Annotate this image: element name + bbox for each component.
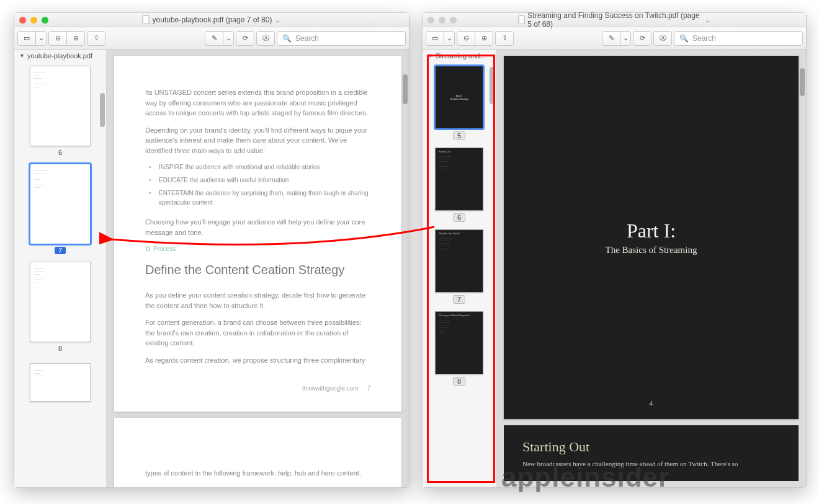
document-view[interactable]: Its UNSTAGED concert series extends this… — [107, 50, 409, 487]
thumbnail-sidebar[interactable]: ▼ youtube-playbook.pdf —————————————————… — [14, 50, 107, 487]
zoom-out-button[interactable]: ⊖ — [457, 31, 475, 46]
footer-pagenum: 7 — [367, 385, 370, 392]
window-title: Streaming and Finding Success on Twitch.… — [519, 11, 710, 29]
part-heading: Part I: — [627, 219, 676, 242]
process-label: Process — [153, 244, 176, 254]
scrollbar-thumb[interactable] — [100, 93, 105, 127]
close-button[interactable] — [427, 17, 434, 24]
scrollbar-thumb[interactable] — [490, 67, 495, 104]
rotate-button[interactable]: ⟳ — [633, 31, 651, 46]
thumbnails: —————————————————————— 6 —— ——— ————— ——… — [14, 62, 106, 487]
page-5: Part I: The Basics of Streaming 4 — [504, 56, 799, 419]
thumbnail-page-7[interactable]: —— ——— ————— ——— — —————————— 7 — [30, 164, 91, 254]
page-label: 6 — [453, 213, 465, 222]
disclosure-triangle-icon[interactable]: ▼ — [19, 53, 25, 59]
gear-icon: ⚙ — [145, 244, 151, 254]
process-tag: ⚙ Process — [145, 244, 370, 254]
page-label: 7 — [453, 295, 465, 304]
page-7: Its UNSTAGED concert series extends this… — [114, 56, 401, 412]
page-label: 5 — [453, 131, 465, 140]
page-label: 8 — [55, 345, 66, 352]
markup-toolbar-button[interactable]: Ⓐ — [653, 31, 672, 46]
title-label: youtube-playbook.pdf (page 7 of 80) — [153, 15, 272, 24]
paragraph: As regards content creation, we propose … — [145, 355, 370, 366]
chevron-down-icon[interactable]: ⌄ — [275, 16, 280, 24]
paragraph: As you define your content creation stra… — [145, 290, 370, 311]
chevron-down-icon[interactable]: ⌄ — [705, 16, 710, 24]
highlight-dropdown[interactable]: ⌄ — [223, 31, 234, 46]
thumbnail-page-6[interactable]: —————————————————————— 6 — [30, 66, 91, 156]
disclosure-triangle-icon[interactable]: ▼ — [427, 53, 433, 59]
toolbar: ▭ ⌄ ⊖ ⊕ ⇪ ✎ ⌄ ⟳ Ⓐ 🔍 Search — [14, 27, 409, 50]
body-area: ▼ youtube-playbook.pdf —————————————————… — [14, 50, 409, 487]
close-button[interactable] — [19, 17, 26, 24]
thumbnail-sidebar[interactable]: ▼ Streaming and... Part IThe Basics of S… — [423, 50, 496, 487]
markup-group: ✎ ⌄ — [602, 31, 631, 46]
bullet-list: INSPIRE the audience with emotional and … — [145, 162, 370, 207]
minimize-button[interactable] — [439, 17, 445, 24]
zoom-in-button[interactable]: ⊕ — [66, 31, 85, 46]
zoom-group: ⊖ ⊕ — [48, 31, 85, 46]
search-field[interactable]: 🔍 Search — [277, 31, 406, 46]
sidebar-filename: Streaming and... — [436, 52, 486, 60]
share-button[interactable]: ⇪ — [495, 31, 514, 46]
list-item: INSPIRE the audience with emotional and … — [153, 162, 370, 172]
title-label: Streaming and Finding Success on Twitch.… — [527, 11, 701, 29]
preview-window-right: Streaming and Finding Success on Twitch.… — [422, 12, 807, 488]
thumbnail-page-8[interactable]: Planning and Mental Preparation—— ——— ——… — [435, 311, 483, 386]
thumbnail-page-8[interactable]: — —— ————— ————————————— 8 — [30, 262, 91, 352]
body-area: ▼ Streaming and... Part IThe Basics of S… — [423, 50, 806, 487]
thumbnail-page-5[interactable]: Part IThe Basics of Streaming 5 — [435, 66, 483, 140]
search-icon: 🔍 — [282, 34, 292, 43]
footer-text: thinkwithgoogle.com — [302, 385, 359, 392]
highlight-button[interactable]: ✎ — [602, 31, 620, 46]
share-button[interactable]: ⇪ — [87, 31, 105, 46]
page-8: types of content in the following framew… — [114, 418, 401, 487]
zoom-button[interactable] — [42, 17, 48, 24]
paragraph: For content generation, a brand can choo… — [145, 317, 370, 348]
page-label: 6 — [55, 149, 66, 156]
view-mode-group: ▭ ⌄ — [426, 31, 455, 46]
sidebar-header[interactable]: ▼ youtube-playbook.pdf — [14, 50, 106, 62]
search-placeholder: Search — [295, 34, 319, 43]
traffic-lights — [19, 17, 48, 24]
rotate-button[interactable]: ⟳ — [236, 31, 254, 46]
list-item: EDUCATE the audience with useful informa… — [153, 175, 370, 185]
sidebar-header[interactable]: ▼ Streaming and... — [423, 50, 496, 62]
zoom-out-button[interactable]: ⊖ — [48, 31, 67, 46]
thumbnail-page-6[interactable]: Starting Out——— —— ————— ——— ————— ———— … — [435, 148, 483, 222]
section-heading: Define the Content Ceation Strategy — [145, 262, 370, 278]
view-mode-dropdown[interactable]: ⌄ — [35, 31, 47, 46]
document-icon — [519, 15, 525, 24]
markup-toolbar-button[interactable]: Ⓐ — [256, 31, 275, 46]
traffic-lights — [427, 17, 457, 24]
page-number: 4 — [650, 400, 653, 407]
view-mode-button[interactable]: ▭ — [17, 31, 36, 46]
search-placeholder: Search — [692, 34, 716, 43]
zoom-in-button[interactable]: ⊕ — [475, 31, 493, 46]
thumbnail-page-9[interactable]: — —— ——————— — [30, 363, 91, 402]
thumbnails: Part IThe Basics of Streaming 5 Starting… — [423, 62, 496, 487]
markup-group: ✎ ⌄ — [205, 31, 234, 46]
highlight-button[interactable]: ✎ — [205, 31, 223, 46]
page-label: 7 — [55, 247, 66, 254]
view-mode-dropdown[interactable]: ⌄ — [444, 31, 455, 46]
scrollbar-thumb[interactable] — [403, 74, 408, 104]
paragraph: Depending on your brand's identity, you'… — [145, 125, 370, 156]
titlebar: youtube-playbook.pdf (page 7 of 80) ⌄ — [14, 13, 409, 27]
view-mode-button[interactable]: ▭ — [426, 31, 444, 46]
scrollbar-thumb[interactable] — [800, 68, 805, 96]
watermark: appleinsider — [501, 462, 669, 493]
toolbar: ▭ ⌄ ⊖ ⊕ ⇪ ✎ ⌄ ⟳ Ⓐ 🔍 Search — [423, 27, 806, 50]
thumbnail-page-7[interactable]: What Are Your Goals?——— —— ————— ——— ———… — [435, 229, 483, 304]
document-view[interactable]: Part I: The Basics of Streaming 4 Starti… — [496, 50, 806, 487]
sidebar-filename: youtube-playbook.pdf — [27, 52, 92, 60]
minimize-button[interactable] — [30, 17, 37, 24]
highlight-dropdown[interactable]: ⌄ — [620, 31, 631, 46]
page-label: 8 — [453, 377, 465, 386]
zoom-button[interactable] — [450, 17, 457, 24]
zoom-group: ⊖ ⊕ — [457, 31, 493, 46]
titlebar: Streaming and Finding Success on Twitch.… — [423, 13, 806, 27]
page-footer: thinkwithgoogle.com 7 — [145, 384, 370, 393]
search-field[interactable]: 🔍 Search — [674, 31, 803, 46]
